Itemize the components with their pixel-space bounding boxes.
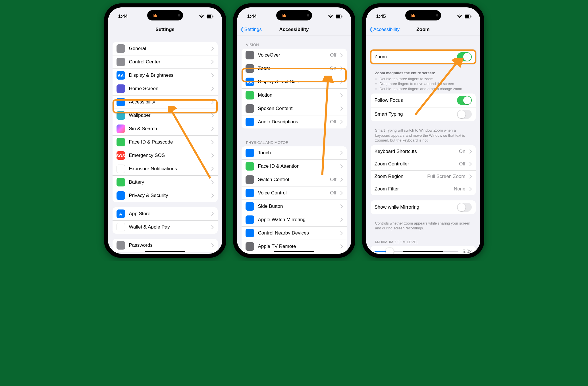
svg-rect-5 xyxy=(336,15,340,18)
settings-row-voiceover[interactable]: VoiceOver Off xyxy=(242,49,347,62)
back-button[interactable]: Settings xyxy=(240,27,262,32)
settings-row-battery[interactable]: Battery xyxy=(113,175,218,189)
settings-row-emergency-sos[interactable]: SOS Emergency SOS xyxy=(113,149,218,162)
settings-row-siri-search[interactable]: Siri & Search xyxy=(113,122,218,135)
battery-icon xyxy=(335,14,343,18)
chevron-right-icon xyxy=(340,178,343,182)
battery-icon xyxy=(464,14,472,18)
chevron-right-icon xyxy=(211,225,214,229)
chevron-right-icon xyxy=(340,218,343,222)
zoom-toggle-group: Zoom xyxy=(371,50,476,64)
svg-rect-2 xyxy=(213,16,213,17)
settings-row-zoom-region[interactable]: Zoom Region Full Screen Zoom xyxy=(371,170,476,183)
chevron-right-icon xyxy=(211,47,214,51)
settings-group: VoiceOver Off Zoom On AA Display & Text … xyxy=(242,49,347,128)
homescreen-icon xyxy=(117,84,125,93)
settings-row-wallet-apple-pay[interactable]: Wallet & Apple Pay xyxy=(113,220,218,234)
sliders-icon xyxy=(117,58,125,66)
row-label: Audio Descriptions xyxy=(258,119,326,125)
display-icon: AA xyxy=(117,71,125,80)
toggle[interactable] xyxy=(457,96,472,105)
row-label: Switch Control xyxy=(258,177,326,182)
row-label: Passwords xyxy=(129,242,207,248)
settings-row-general[interactable]: General xyxy=(113,42,218,55)
row-value: None xyxy=(454,186,466,192)
toggle[interactable] xyxy=(457,203,472,212)
settings-row-passwords[interactable]: Passwords xyxy=(113,239,218,252)
row-value: On xyxy=(330,66,336,71)
settings-row-voice-control[interactable]: Voice Control Off xyxy=(242,186,347,200)
row-label: Home Screen xyxy=(129,86,207,92)
dynamic-island xyxy=(147,10,183,20)
row-label: Display & Text Size xyxy=(258,79,336,85)
wifi-icon xyxy=(328,14,333,18)
settings-row-switch-control[interactable]: Switch Control Off xyxy=(242,173,347,186)
exposure-icon xyxy=(117,165,125,173)
settings-row-apple-watch-mirroring[interactable]: Apple Watch Mirroring xyxy=(242,213,347,226)
chevron-right-icon xyxy=(211,140,214,144)
row-value: Off xyxy=(459,161,465,167)
settings-row-audio-descriptions[interactable]: Audio Descriptions Off xyxy=(242,115,347,128)
spoken-icon xyxy=(246,104,254,113)
settings-row-exposure-notifications[interactable]: Exposure Notifications xyxy=(113,162,218,175)
back-button[interactable]: Accessibility xyxy=(369,27,400,32)
settings-row-follow-focus[interactable]: Follow Focus xyxy=(371,94,476,107)
settings-group: General Control Center AA Display & Brig… xyxy=(113,42,218,202)
focus-group: Follow Focus Smart Typing xyxy=(371,94,476,121)
slider-group: 5.0x xyxy=(371,246,476,254)
settings-row-side-button[interactable]: Side Button xyxy=(242,200,347,213)
battery-icon xyxy=(117,178,125,186)
chevron-right-icon xyxy=(340,244,343,248)
settings-row-display-text-size[interactable]: AA Display & Text Size xyxy=(242,75,347,88)
chevron-right-icon xyxy=(211,60,214,64)
settings-row-zoom[interactable]: Zoom On xyxy=(242,62,347,75)
settings-row-show-while-mirroring[interactable]: Show while Mirroring xyxy=(371,200,476,214)
section-header: VISION xyxy=(242,36,347,49)
chevron-right-icon xyxy=(211,243,214,247)
max-zoom-slider-row[interactable]: 5.0x xyxy=(371,246,476,254)
chevron-right-icon xyxy=(340,93,343,97)
chevron-right-icon xyxy=(340,204,343,208)
row-label: Privacy & Security xyxy=(129,193,207,198)
chevron-right-icon xyxy=(469,175,472,179)
slider-value: 5.0x xyxy=(462,249,471,254)
settings-row-display-brightness[interactable]: AA Display & Brightness xyxy=(113,69,218,82)
chevron-right-icon xyxy=(211,127,214,131)
textsize-icon: AA xyxy=(246,78,254,86)
settings-row-touch[interactable]: Touch xyxy=(242,146,347,159)
settings-row-home-screen[interactable]: Home Screen xyxy=(113,82,218,95)
settings-row-privacy-security[interactable]: Privacy & Security xyxy=(113,189,218,202)
settings-row-control-nearby-devices[interactable]: Control Nearby Devices xyxy=(242,226,347,240)
chevron-right-icon xyxy=(340,53,343,57)
settings-row-face-id-attention[interactable]: Face ID & Attention xyxy=(242,159,347,173)
status-time: 1:44 xyxy=(247,14,257,19)
settings-row-wallpaper[interactable]: Wallpaper xyxy=(113,109,218,122)
section-header: PHYSICAL AND MOTOR xyxy=(242,134,347,146)
settings-row-control-center[interactable]: Control Center xyxy=(113,55,218,69)
row-label: Exposure Notifications xyxy=(129,166,207,172)
settings-row-app-store[interactable]: A App Store xyxy=(113,207,218,220)
zoom-toggle[interactable] xyxy=(457,52,472,61)
row-label: Control Center xyxy=(129,59,207,65)
row-label: Apple Watch Mirroring xyxy=(258,217,336,223)
settings-row-zoom-toggle[interactable]: Zoom xyxy=(371,50,476,64)
wallet-icon xyxy=(117,223,125,231)
settings-row-smart-typing[interactable]: Smart Typing xyxy=(371,107,476,121)
settings-row-face-id-passcode[interactable]: Face ID & Passcode xyxy=(113,135,218,149)
settings-row-accessibility[interactable]: Accessibility xyxy=(113,95,218,109)
row-label: Wallpaper xyxy=(129,113,207,118)
row-label: Zoom xyxy=(258,66,326,71)
settings-row-spoken-content[interactable]: Spoken Content xyxy=(242,102,347,115)
settings-row-keyboards[interactable]: Keyboards xyxy=(242,253,347,254)
settings-group: Touch Face ID & Attention Switch Control… xyxy=(242,146,347,254)
row-label: Battery xyxy=(129,179,207,185)
settings-row-motion[interactable]: Motion xyxy=(242,88,347,102)
privacy-icon xyxy=(117,191,125,200)
settings-row-keyboard-shortcuts[interactable]: Keyboard Shortcuts On xyxy=(371,145,476,158)
row-value: Full Screen Zoom xyxy=(427,174,465,179)
settings-row-zoom-controller[interactable]: Zoom Controller Off xyxy=(371,158,476,170)
audiodesc-icon xyxy=(246,118,254,126)
row-value: Off xyxy=(330,177,336,182)
toggle[interactable] xyxy=(457,110,472,119)
settings-row-zoom-filter[interactable]: Zoom Filter None xyxy=(371,183,476,195)
